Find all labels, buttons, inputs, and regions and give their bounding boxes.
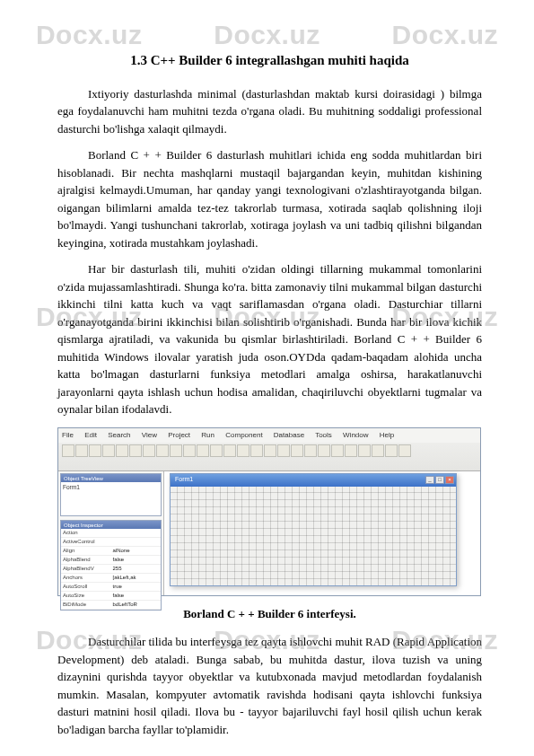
property-row: AutoScrolltrue bbox=[61, 583, 161, 592]
section-title: 1.3 C++ Builder 6 integrallashgan muhiti… bbox=[57, 50, 482, 71]
menu-item: Database bbox=[274, 431, 304, 439]
minimize-icon: _ bbox=[425, 476, 434, 484]
toolbar-icon bbox=[358, 444, 371, 457]
ide-toolbar-buttons bbox=[58, 443, 480, 471]
toolbar-icon bbox=[156, 444, 169, 457]
toolbar-icon bbox=[398, 444, 411, 457]
property-grid: Action ActiveControl AlignalNone AlphaBl… bbox=[61, 529, 161, 610]
property-row: Anchors[akLeft,ak bbox=[61, 574, 161, 583]
ide-menubar: File Edit Search View Project Run Compon… bbox=[58, 428, 480, 443]
ide-left-panels: Object TreeView Form1 Object Inspector A… bbox=[58, 471, 164, 595]
document-content: 1.3 C++ Builder 6 integrallashgan muhiti… bbox=[0, 0, 534, 756]
toolbar-icon bbox=[237, 444, 249, 457]
menu-item: Tools bbox=[315, 431, 332, 439]
toolbar-icon bbox=[223, 444, 236, 457]
property-row: AlphaBlendfalse bbox=[61, 556, 161, 565]
property-row: ActiveControl bbox=[61, 538, 161, 547]
toolbar-icon bbox=[197, 444, 209, 457]
toolbar-icon bbox=[116, 444, 128, 457]
property-row: AlphaBlendV255 bbox=[61, 565, 161, 574]
toolbar-icon bbox=[75, 444, 88, 457]
menu-item: Run bbox=[201, 431, 214, 439]
menu-item: Edit bbox=[84, 431, 97, 439]
property-row: BiDiModebdLeftToR bbox=[61, 601, 161, 610]
object-inspector-panel: Object Inspector Action ActiveControl Al… bbox=[60, 520, 162, 611]
toolbar-icon bbox=[304, 444, 317, 457]
toolbar-icon bbox=[264, 444, 276, 457]
menu-item: Window bbox=[343, 431, 368, 439]
toolbar-icon bbox=[250, 444, 263, 457]
paragraph: Borland C + + Builder 6 dasturlash muhit… bbox=[57, 146, 482, 251]
menu-item: View bbox=[142, 431, 157, 439]
form-designer-grid bbox=[171, 487, 456, 585]
toolbar-icon bbox=[143, 444, 155, 457]
toolbar-icon bbox=[291, 444, 303, 457]
object-treeview-panel: Object TreeView Form1 bbox=[60, 473, 162, 516]
toolbar-icon bbox=[129, 444, 142, 457]
paragraph: Ixtiyoriy dasturlashda minimal (dasturla… bbox=[57, 85, 482, 138]
property-row: AutoSizefalse bbox=[61, 592, 161, 601]
menu-item: Help bbox=[380, 431, 394, 439]
property-row: Action bbox=[61, 529, 161, 538]
toolbar-icon bbox=[62, 444, 74, 457]
toolbar-icon bbox=[385, 444, 398, 457]
maximize-icon: □ bbox=[435, 476, 444, 484]
ide-toolbar: File Edit Search View Project Run Compon… bbox=[58, 428, 480, 471]
close-icon: × bbox=[445, 476, 454, 484]
toolbar-icon bbox=[318, 444, 330, 457]
form-title: Form1 bbox=[172, 475, 193, 485]
toolbar-icon bbox=[183, 444, 196, 457]
paragraph: Har bir dasturlash tili, muhiti o'zidan … bbox=[57, 260, 482, 418]
form-titlebar: Form1 _ □ × bbox=[171, 474, 456, 487]
toolbar-icon bbox=[372, 444, 384, 457]
panel-header: Object TreeView bbox=[61, 474, 161, 482]
tree-node: Form1 bbox=[63, 484, 159, 491]
toolbar-icon bbox=[331, 444, 344, 457]
toolbar-icon bbox=[210, 444, 223, 457]
panel-header: Object Inspector bbox=[61, 521, 161, 529]
property-row: AlignalNone bbox=[61, 547, 161, 556]
paragraph: Dasturchilar tilida bu interfeysga tez q… bbox=[57, 633, 482, 738]
window-buttons: _ □ × bbox=[425, 476, 454, 484]
object-tree: Form1 bbox=[61, 482, 161, 493]
menu-item: File bbox=[62, 431, 74, 439]
ide-screenshot: File Edit Search View Project Run Compon… bbox=[57, 427, 481, 596]
menu-item: Component bbox=[225, 431, 262, 439]
toolbar-icon bbox=[89, 444, 101, 457]
toolbar-icon bbox=[345, 444, 357, 457]
menu-item: Search bbox=[108, 431, 130, 439]
toolbar-icon bbox=[277, 444, 290, 457]
toolbar-icon bbox=[102, 444, 115, 457]
toolbar-icon bbox=[170, 444, 182, 457]
ide-body: Object TreeView Form1 Object Inspector A… bbox=[58, 471, 480, 595]
menu-item: Project bbox=[168, 431, 190, 439]
ide-designer-area: Form1 _ □ × bbox=[164, 471, 480, 595]
form-window: Form1 _ □ × bbox=[170, 473, 457, 586]
